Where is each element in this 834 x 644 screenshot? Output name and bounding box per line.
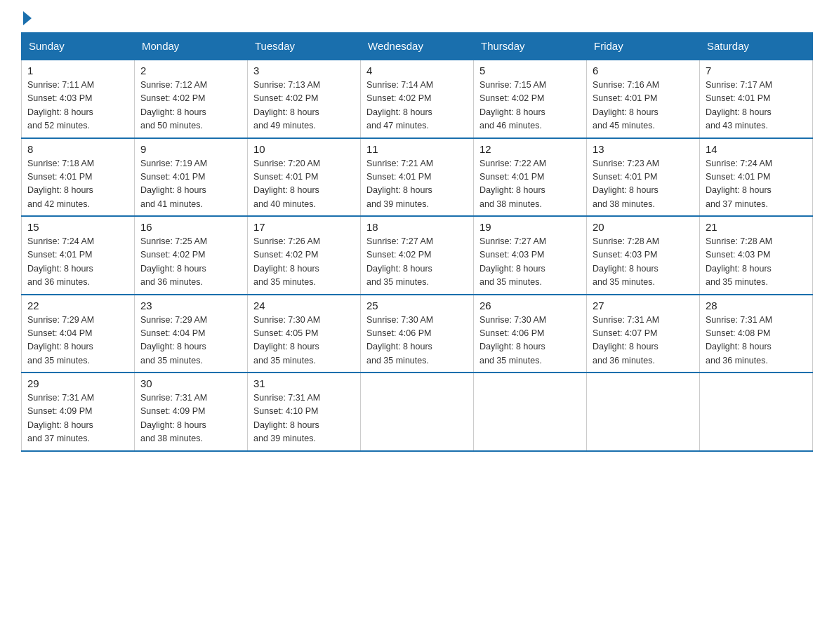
day-number: 17 xyxy=(253,221,355,233)
header-monday: Monday xyxy=(135,33,248,60)
day-info: Sunrise: 7:31 AMSunset: 4:09 PMDaylight:… xyxy=(140,391,241,446)
day-info: Sunrise: 7:26 AMSunset: 4:02 PMDaylight:… xyxy=(253,235,355,290)
day-info: Sunrise: 7:15 AMSunset: 4:02 PMDaylight:… xyxy=(479,79,581,133)
header-sunday: Sunday xyxy=(22,33,135,60)
header-thursday: Thursday xyxy=(474,33,587,60)
day-info: Sunrise: 7:31 AMSunset: 4:09 PMDaylight:… xyxy=(27,391,128,446)
day-info: Sunrise: 7:27 AMSunset: 4:03 PMDaylight:… xyxy=(479,235,581,290)
day-number: 6 xyxy=(593,65,694,76)
day-number: 14 xyxy=(706,143,807,155)
day-info: Sunrise: 7:18 AMSunset: 4:01 PMDaylight:… xyxy=(27,157,128,212)
calendar-week-row: 29Sunrise: 7:31 AMSunset: 4:09 PMDayligh… xyxy=(22,373,813,451)
calendar-week-row: 15Sunrise: 7:24 AMSunset: 4:01 PMDayligh… xyxy=(22,216,813,295)
day-number: 30 xyxy=(140,377,241,389)
day-number: 22 xyxy=(27,300,128,311)
day-number: 9 xyxy=(140,143,241,155)
calendar-day-cell: 12Sunrise: 7:22 AMSunset: 4:01 PMDayligh… xyxy=(474,138,587,217)
calendar-day-cell: 14Sunrise: 7:24 AMSunset: 4:01 PMDayligh… xyxy=(700,138,813,217)
calendar-day-cell: 17Sunrise: 7:26 AMSunset: 4:02 PMDayligh… xyxy=(248,216,361,295)
day-number: 10 xyxy=(253,143,355,155)
day-info: Sunrise: 7:28 AMSunset: 4:03 PMDaylight:… xyxy=(706,235,807,290)
calendar-day-cell: 26Sunrise: 7:30 AMSunset: 4:06 PMDayligh… xyxy=(474,295,587,373)
calendar-table: SundayMondayTuesdayWednesdayThursdayFrid… xyxy=(21,32,813,452)
day-info: Sunrise: 7:31 AMSunset: 4:10 PMDaylight:… xyxy=(253,391,355,446)
day-number: 31 xyxy=(253,377,355,389)
day-info: Sunrise: 7:25 AMSunset: 4:02 PMDaylight:… xyxy=(140,235,241,290)
page-header xyxy=(21,14,813,25)
day-number: 27 xyxy=(593,300,694,311)
calendar-day-cell: 10Sunrise: 7:20 AMSunset: 4:01 PMDayligh… xyxy=(248,138,361,217)
day-info: Sunrise: 7:31 AMSunset: 4:07 PMDaylight:… xyxy=(593,314,694,368)
day-info: Sunrise: 7:30 AMSunset: 4:06 PMDaylight:… xyxy=(366,314,468,368)
day-info: Sunrise: 7:30 AMSunset: 4:05 PMDaylight:… xyxy=(253,314,355,368)
day-number: 1 xyxy=(27,65,128,76)
header-wednesday: Wednesday xyxy=(361,33,474,60)
day-info: Sunrise: 7:29 AMSunset: 4:04 PMDaylight:… xyxy=(27,314,128,368)
day-number: 18 xyxy=(366,221,468,233)
day-info: Sunrise: 7:27 AMSunset: 4:02 PMDaylight:… xyxy=(366,235,468,290)
calendar-day-cell: 2Sunrise: 7:12 AMSunset: 4:02 PMDaylight… xyxy=(135,60,248,138)
calendar-week-row: 8Sunrise: 7:18 AMSunset: 4:01 PMDaylight… xyxy=(22,138,813,217)
day-info: Sunrise: 7:30 AMSunset: 4:06 PMDaylight:… xyxy=(479,314,581,368)
empty-cell xyxy=(587,373,700,451)
calendar-day-cell: 24Sunrise: 7:30 AMSunset: 4:05 PMDayligh… xyxy=(248,295,361,373)
calendar-day-cell: 27Sunrise: 7:31 AMSunset: 4:07 PMDayligh… xyxy=(587,295,700,373)
calendar-day-cell: 20Sunrise: 7:28 AMSunset: 4:03 PMDayligh… xyxy=(587,216,700,295)
calendar-day-cell: 21Sunrise: 7:28 AMSunset: 4:03 PMDayligh… xyxy=(700,216,813,295)
day-number: 29 xyxy=(27,377,128,389)
day-info: Sunrise: 7:17 AMSunset: 4:01 PMDaylight:… xyxy=(706,79,807,133)
day-number: 8 xyxy=(27,143,128,155)
day-number: 5 xyxy=(479,65,581,76)
day-number: 15 xyxy=(27,221,128,233)
day-info: Sunrise: 7:13 AMSunset: 4:02 PMDaylight:… xyxy=(253,79,355,133)
day-info: Sunrise: 7:29 AMSunset: 4:04 PMDaylight:… xyxy=(140,314,241,368)
day-number: 26 xyxy=(479,300,581,311)
day-info: Sunrise: 7:24 AMSunset: 4:01 PMDaylight:… xyxy=(27,235,128,290)
logo xyxy=(21,14,32,25)
calendar-week-row: 22Sunrise: 7:29 AMSunset: 4:04 PMDayligh… xyxy=(22,295,813,373)
calendar-day-cell: 6Sunrise: 7:16 AMSunset: 4:01 PMDaylight… xyxy=(587,60,700,138)
calendar-day-cell: 28Sunrise: 7:31 AMSunset: 4:08 PMDayligh… xyxy=(700,295,813,373)
calendar-day-cell: 13Sunrise: 7:23 AMSunset: 4:01 PMDayligh… xyxy=(587,138,700,217)
calendar-day-cell: 15Sunrise: 7:24 AMSunset: 4:01 PMDayligh… xyxy=(22,216,135,295)
day-number: 4 xyxy=(366,65,468,76)
calendar-day-cell: 18Sunrise: 7:27 AMSunset: 4:02 PMDayligh… xyxy=(361,216,474,295)
calendar-day-cell: 3Sunrise: 7:13 AMSunset: 4:02 PMDaylight… xyxy=(248,60,361,138)
header-friday: Friday xyxy=(587,33,700,60)
calendar-day-cell: 7Sunrise: 7:17 AMSunset: 4:01 PMDaylight… xyxy=(700,60,813,138)
calendar-day-cell: 22Sunrise: 7:29 AMSunset: 4:04 PMDayligh… xyxy=(22,295,135,373)
day-number: 28 xyxy=(706,300,807,311)
empty-cell xyxy=(474,373,587,451)
calendar-day-cell: 9Sunrise: 7:19 AMSunset: 4:01 PMDaylight… xyxy=(135,138,248,217)
calendar-day-cell: 19Sunrise: 7:27 AMSunset: 4:03 PMDayligh… xyxy=(474,216,587,295)
logo-triangle-icon xyxy=(23,11,32,25)
day-info: Sunrise: 7:23 AMSunset: 4:01 PMDaylight:… xyxy=(593,157,694,212)
day-number: 16 xyxy=(140,221,241,233)
day-info: Sunrise: 7:24 AMSunset: 4:01 PMDaylight:… xyxy=(706,157,807,212)
day-info: Sunrise: 7:31 AMSunset: 4:08 PMDaylight:… xyxy=(706,314,807,368)
day-number: 13 xyxy=(593,143,694,155)
calendar-day-cell: 11Sunrise: 7:21 AMSunset: 4:01 PMDayligh… xyxy=(361,138,474,217)
day-number: 3 xyxy=(253,65,355,76)
calendar-day-cell: 1Sunrise: 7:11 AMSunset: 4:03 PMDaylight… xyxy=(22,60,135,138)
day-info: Sunrise: 7:11 AMSunset: 4:03 PMDaylight:… xyxy=(27,79,128,133)
day-info: Sunrise: 7:21 AMSunset: 4:01 PMDaylight:… xyxy=(366,157,468,212)
day-number: 21 xyxy=(706,221,807,233)
day-number: 23 xyxy=(140,300,241,311)
empty-cell xyxy=(700,373,813,451)
day-number: 24 xyxy=(253,300,355,311)
day-info: Sunrise: 7:28 AMSunset: 4:03 PMDaylight:… xyxy=(593,235,694,290)
day-number: 19 xyxy=(479,221,581,233)
header-saturday: Saturday xyxy=(700,33,813,60)
empty-cell xyxy=(361,373,474,451)
day-info: Sunrise: 7:12 AMSunset: 4:02 PMDaylight:… xyxy=(140,79,241,133)
calendar-week-row: 1Sunrise: 7:11 AMSunset: 4:03 PMDaylight… xyxy=(22,60,813,138)
day-number: 20 xyxy=(593,221,694,233)
calendar-day-cell: 4Sunrise: 7:14 AMSunset: 4:02 PMDaylight… xyxy=(361,60,474,138)
calendar-day-cell: 5Sunrise: 7:15 AMSunset: 4:02 PMDaylight… xyxy=(474,60,587,138)
day-number: 2 xyxy=(140,65,241,76)
header-tuesday: Tuesday xyxy=(248,33,361,60)
day-info: Sunrise: 7:14 AMSunset: 4:02 PMDaylight:… xyxy=(366,79,468,133)
calendar-day-cell: 25Sunrise: 7:30 AMSunset: 4:06 PMDayligh… xyxy=(361,295,474,373)
calendar-day-cell: 23Sunrise: 7:29 AMSunset: 4:04 PMDayligh… xyxy=(135,295,248,373)
